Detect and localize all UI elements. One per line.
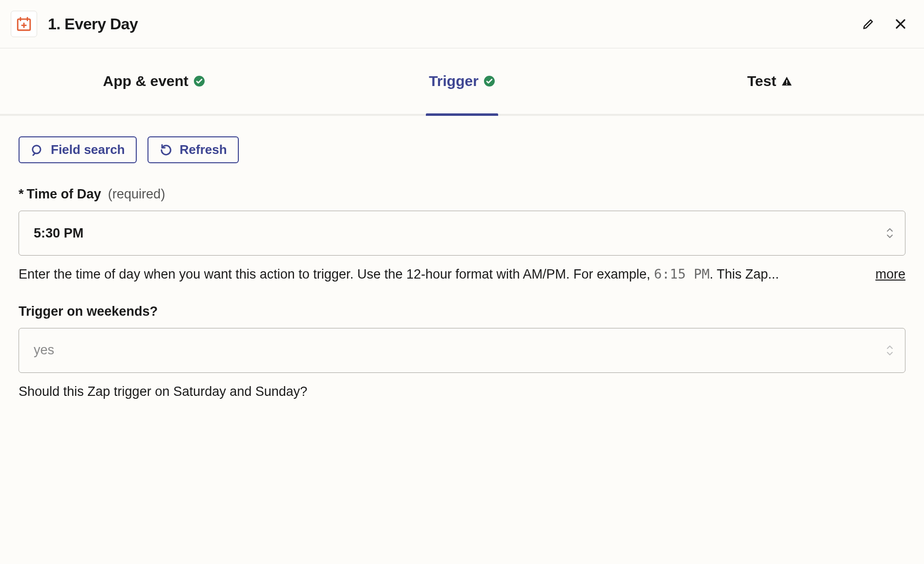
close-icon (894, 17, 907, 31)
help-code: 6:15 PM (654, 266, 710, 282)
time-of-day-select[interactable]: 5:30 PM (19, 211, 905, 256)
close-button[interactable] (891, 14, 910, 34)
field-label-row: Trigger on weekends? (19, 304, 905, 319)
field-weekends: Trigger on weekends? yes Should this Zap… (19, 304, 905, 402)
app-icon-schedule (11, 11, 37, 37)
refresh-button[interactable]: Refresh (147, 136, 239, 163)
help-post: . This Zap... (710, 267, 779, 282)
search-icon (30, 143, 44, 157)
step-tabs: App & event Trigger Test (0, 48, 924, 116)
tab-label: App & event (103, 73, 189, 89)
button-label: Refresh (180, 142, 227, 157)
chevron-updown-icon (885, 345, 894, 356)
field-label-text: Time of Day (27, 187, 102, 201)
more-link[interactable]: more (875, 267, 905, 282)
field-label: Trigger on weekends? (19, 304, 158, 319)
select-placeholder: yes (34, 343, 54, 358)
header-actions (859, 14, 910, 34)
field-label-row: *Time of Day (required) (19, 187, 905, 202)
button-label: Field search (51, 142, 125, 157)
tab-app-event[interactable]: App & event (0, 48, 308, 114)
tab-label: Trigger (429, 73, 479, 89)
field-search-button[interactable]: Field search (19, 136, 137, 163)
field-help-row: Enter the time of day when you want this… (19, 264, 905, 284)
field-label: *Time of Day (19, 187, 101, 202)
field-help-text: Enter the time of day when you want this… (19, 264, 861, 284)
svg-point-5 (33, 145, 41, 153)
tab-label: Test (747, 73, 776, 89)
warning-icon (781, 75, 793, 87)
action-buttons-row: Field search Refresh (19, 136, 905, 163)
step-header: 1. Every Day (0, 0, 924, 48)
edit-button[interactable] (859, 14, 878, 34)
svg-rect-4 (786, 84, 787, 85)
check-icon (483, 75, 495, 87)
tab-test[interactable]: Test (616, 48, 924, 114)
svg-rect-3 (786, 80, 787, 83)
step-title: 1. Every Day (48, 15, 138, 33)
pencil-icon (861, 17, 875, 31)
field-required-text: (required) (108, 187, 165, 202)
weekends-select[interactable]: yes (19, 328, 905, 373)
check-icon (193, 75, 205, 87)
help-pre: Enter the time of day when you want this… (19, 267, 654, 282)
refresh-icon (159, 143, 173, 157)
header-left: 1. Every Day (11, 11, 138, 37)
field-help-row: Should this Zap trigger on Saturday and … (19, 382, 905, 402)
chevron-updown-icon (885, 227, 894, 239)
tab-trigger[interactable]: Trigger (308, 48, 616, 114)
calendar-icon (16, 16, 32, 32)
trigger-content: Field search Refresh *Time of Day (requi… (0, 116, 924, 441)
field-help-text: Should this Zap trigger on Saturday and … (19, 382, 905, 402)
select-value: 5:30 PM (34, 226, 84, 241)
field-time-of-day: *Time of Day (required) 5:30 PM Enter th… (19, 187, 905, 284)
